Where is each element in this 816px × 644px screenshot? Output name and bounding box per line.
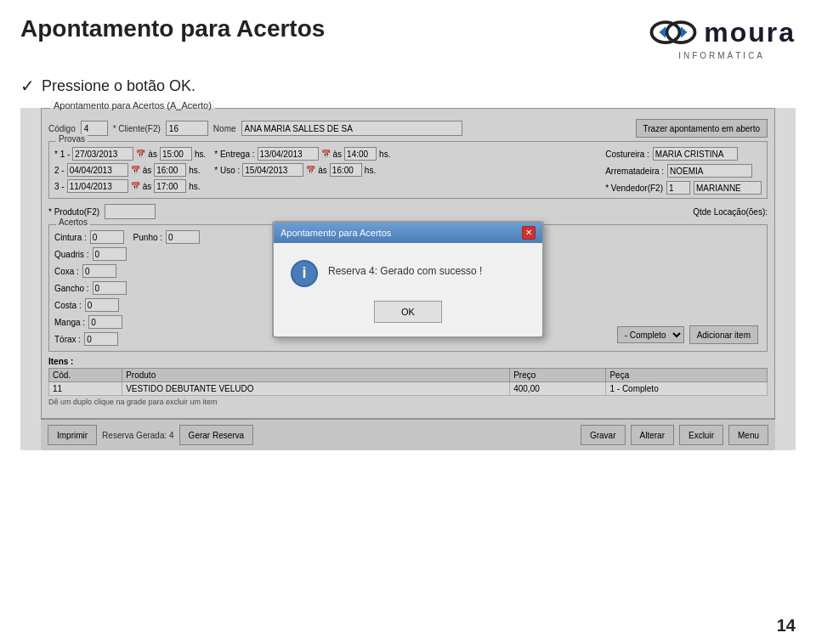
arrematadeira-label: Arrematadeira : bbox=[605, 167, 664, 176]
prova-hs-2: hs. bbox=[189, 166, 200, 175]
items-hint: Dê um duplo clique na grade para excluir… bbox=[48, 398, 768, 406]
provas-section: Provas * 1 - 📅 às hs. 2 - 📅 bbox=[48, 141, 768, 199]
cell-cod: 11 bbox=[49, 382, 122, 396]
entrega-row: * Entrega : 📅 às hs. bbox=[214, 147, 597, 161]
completo-dropdown[interactable]: - Completo bbox=[617, 326, 684, 343]
modal-message: Reserva 4: Gerado com sucesso ! bbox=[328, 260, 482, 277]
prova-as-2: às bbox=[143, 166, 152, 175]
gancho-label: Gancho : bbox=[54, 284, 89, 293]
nome-label: Nome bbox=[213, 124, 236, 133]
costa-label: Costa : bbox=[54, 301, 82, 310]
prova-date-1[interactable] bbox=[72, 147, 133, 161]
prova-cal-3[interactable]: 📅 bbox=[131, 182, 140, 190]
arrematadeira-row: Arrematadeira : bbox=[605, 164, 762, 178]
prova-time-1[interactable] bbox=[160, 147, 192, 161]
prova-time-2[interactable] bbox=[154, 163, 186, 177]
page-number: 14 bbox=[777, 616, 796, 636]
imprimir-button[interactable]: Imprimir bbox=[48, 425, 97, 445]
uso-as: às bbox=[318, 166, 327, 175]
cliente-label: * Cliente(F2) bbox=[113, 124, 161, 133]
vendedor-id-input[interactable] bbox=[666, 181, 690, 195]
form-title: Apontamento para Acertos (A_Acerto) bbox=[50, 100, 215, 110]
uso-cal[interactable]: 📅 bbox=[306, 166, 315, 174]
produto-input[interactable] bbox=[105, 204, 156, 219]
prova-row-1: * 1 - 📅 às hs. bbox=[54, 147, 206, 161]
svg-marker-2 bbox=[660, 26, 666, 38]
entrega-date[interactable] bbox=[258, 147, 319, 161]
col-cod: Cód. bbox=[49, 369, 122, 382]
cell-produto: VESTIDO DEBUTANTE VELUDO bbox=[122, 382, 510, 396]
uso-label: * Uso : bbox=[214, 166, 240, 175]
acerto-gancho: Gancho : bbox=[54, 281, 127, 295]
vendedor-name-input[interactable] bbox=[694, 181, 762, 195]
arrematadeira-input[interactable] bbox=[667, 164, 752, 178]
prova-hs-1: hs. bbox=[195, 150, 206, 159]
modal-ok-button[interactable]: OK bbox=[374, 301, 442, 323]
cintura-input[interactable] bbox=[90, 230, 124, 244]
prova-row-2: 2 - 📅 às hs. bbox=[54, 163, 206, 177]
add-item-row: - Completo Adicionar item bbox=[617, 325, 758, 344]
produto-row: * Produto(F2) Qtde Locação(ões): bbox=[48, 204, 768, 219]
footer-bar: Imprimir Reserva Gerada: 4 Gerar Reserva… bbox=[41, 419, 775, 450]
cell-peca: 1 - Completo bbox=[606, 382, 768, 396]
menu-button[interactable]: Menu bbox=[728, 425, 768, 445]
costureira-row: Costureira : bbox=[605, 147, 762, 161]
reserva-gerada-label: Reserva Gerada: 4 bbox=[102, 431, 174, 440]
logo-graphic: moura bbox=[648, 15, 796, 49]
prova-num-3: 3 - bbox=[54, 182, 65, 191]
modal-title: Apontamento para Acertos bbox=[280, 228, 391, 238]
logo-icon bbox=[648, 15, 699, 49]
prova-date-2[interactable] bbox=[67, 163, 128, 177]
punho-input[interactable] bbox=[166, 230, 200, 244]
prova-date-3[interactable] bbox=[67, 179, 128, 193]
col-produto: Produto bbox=[122, 369, 510, 382]
costureira-input[interactable] bbox=[653, 147, 738, 161]
torax-input[interactable] bbox=[84, 332, 118, 346]
gerar-reserva-button[interactable]: Gerar Reserva bbox=[179, 425, 254, 445]
uso-date[interactable] bbox=[242, 163, 303, 177]
prova-as-3: às bbox=[143, 182, 152, 191]
logo-text: moura bbox=[704, 17, 796, 48]
modal-title-bar: Apontamento para Acertos ✕ bbox=[274, 223, 542, 243]
prova-num-1: * 1 - bbox=[54, 150, 70, 159]
acerto-costa: Costa : bbox=[54, 298, 127, 312]
manga-input[interactable] bbox=[88, 315, 122, 329]
vendedor-label: * Vendedor(F2) bbox=[605, 184, 663, 193]
uso-time[interactable] bbox=[330, 163, 362, 177]
adicionar-item-button[interactable]: Adicionar item bbox=[689, 325, 758, 344]
produto-label: * Produto(F2) bbox=[48, 207, 99, 217]
acerto-coxa: Coxa : bbox=[54, 264, 127, 278]
modal-close-button[interactable]: ✕ bbox=[522, 226, 536, 240]
alterar-button[interactable]: Alterar bbox=[631, 425, 674, 445]
nome-input[interactable] bbox=[241, 121, 462, 136]
entrega-time[interactable] bbox=[344, 147, 377, 161]
modal-footer: OK bbox=[274, 301, 542, 336]
prova-time-3[interactable] bbox=[154, 179, 186, 193]
acerto-torax: Tórax : bbox=[54, 332, 127, 346]
prova-num-2: 2 - bbox=[54, 166, 65, 175]
gancho-input[interactable] bbox=[93, 281, 127, 295]
excluir-button[interactable]: Excluir bbox=[679, 425, 723, 445]
entrega-cal[interactable]: 📅 bbox=[321, 150, 331, 158]
acertos-title: Acertos bbox=[56, 217, 90, 227]
prova-cal-1[interactable]: 📅 bbox=[136, 150, 145, 158]
table-row[interactable]: 11 VESTIDO DEBUTANTE VELUDO 400,00 1 - C… bbox=[49, 382, 768, 396]
gravar-button[interactable]: Gravar bbox=[581, 425, 626, 445]
provas-left: * 1 - 📅 às hs. 2 - 📅 às hs. bbox=[54, 147, 206, 195]
trazer-button[interactable]: Trazer apontamento em aberto bbox=[636, 119, 768, 138]
quadris-input[interactable] bbox=[93, 247, 127, 261]
acerto-quadris: Quadris : bbox=[54, 247, 127, 261]
prova-cal-2[interactable]: 📅 bbox=[131, 166, 140, 174]
prova-hs-3: hs. bbox=[189, 182, 200, 191]
costureira-label: Costureira : bbox=[605, 150, 649, 159]
prova-as-1: às bbox=[148, 150, 157, 159]
acerto-manga: Manga : bbox=[54, 315, 127, 329]
costa-input[interactable] bbox=[85, 298, 119, 312]
col-preco: Preço bbox=[510, 369, 606, 382]
qtde-label: Qtde Locação(ões): bbox=[693, 207, 768, 217]
prova-row-3: 3 - 📅 às hs. bbox=[54, 179, 206, 193]
cliente-input[interactable] bbox=[166, 121, 208, 136]
coxa-input[interactable] bbox=[82, 264, 116, 278]
provas-middle: * Entrega : 📅 às hs. * Uso : 📅 às hs. bbox=[214, 147, 597, 195]
instruction-text: Pressione o botão OK. bbox=[42, 77, 196, 95]
